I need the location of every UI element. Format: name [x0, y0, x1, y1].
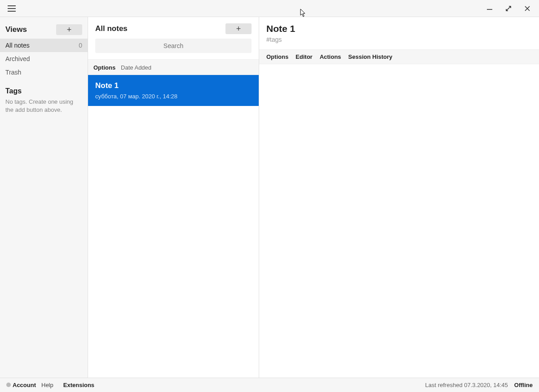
statusbar: Account Help Extensions Last refreshed 0… [0, 378, 539, 392]
statusbar-left: Account Help Extensions [6, 382, 94, 388]
view-item-label: Trash [5, 69, 21, 76]
search-input[interactable] [95, 39, 252, 53]
list-options[interactable]: Options [93, 64, 115, 71]
note-title-input[interactable]: Note 1 [266, 23, 532, 34]
close-icon[interactable] [522, 3, 533, 14]
notes-panel-title: All notes [95, 24, 128, 33]
status-help[interactable]: Help [41, 382, 53, 388]
status-offline[interactable]: Offline [514, 382, 533, 388]
hamburger-menu-icon[interactable] [6, 3, 17, 14]
window-controls [484, 3, 533, 14]
status-last-refreshed: Last refreshed 07.3.2020, 14:45 [425, 382, 508, 388]
editor-toolbar: Options Editor Actions Session History [259, 49, 539, 64]
tags-empty-text: No tags. Create one using the add button… [0, 97, 88, 115]
titlebar [0, 0, 539, 17]
maximize-icon[interactable] [503, 3, 514, 14]
view-item-all-notes[interactable]: All notes 0 [0, 39, 88, 52]
editor-panel: Note 1 #tags Options Editor Actions Sess… [259, 17, 539, 378]
view-item-trash[interactable]: Trash [0, 66, 88, 79]
list-toolbar: Options Date Added [88, 59, 259, 75]
minimize-icon[interactable] [484, 3, 495, 14]
editor-header: Note 1 #tags [259, 17, 539, 46]
notes-header: All notes + [88, 17, 259, 53]
note-list-item[interactable]: Note 1 суббота, 07 мар. 2020 г., 14:28 [88, 75, 259, 106]
views-label: Views [5, 25, 27, 34]
editor-tb-options[interactable]: Options [266, 53, 288, 60]
statusbar-right: Last refreshed 07.3.2020, 14:45 Offline [425, 382, 533, 388]
note-list-item-date: суббота, 07 мар. 2020 г., 14:28 [95, 93, 252, 100]
plus-icon: + [236, 25, 241, 33]
note-list: Note 1 суббота, 07 мар. 2020 г., 14:28 [88, 75, 259, 378]
view-item-archived[interactable]: Archived [0, 52, 88, 66]
status-dot-icon [6, 383, 11, 387]
status-account[interactable]: Account [6, 382, 36, 388]
views-header: Views + [0, 24, 88, 39]
view-item-count: 0 [79, 42, 82, 49]
plus-icon: + [67, 26, 72, 34]
sidebar: Views + All notes 0 Archived Trash Tags … [0, 17, 88, 378]
add-note-button[interactable]: + [225, 23, 252, 34]
tags-label: Tags [0, 79, 88, 97]
note-tags-input[interactable]: #tags [266, 36, 532, 43]
view-item-label: Archived [5, 55, 30, 62]
status-extensions[interactable]: Extensions [63, 382, 94, 388]
note-list-item-title: Note 1 [95, 81, 252, 90]
editor-tb-editor[interactable]: Editor [296, 53, 313, 60]
editor-tb-actions[interactable]: Actions [320, 53, 341, 60]
editor-tb-session-history[interactable]: Session History [348, 53, 392, 60]
view-item-label: All notes [5, 42, 30, 49]
notes-panel: All notes + Options Date Added Note 1 су… [88, 17, 259, 378]
main: Views + All notes 0 Archived Trash Tags … [0, 17, 539, 378]
list-sort[interactable]: Date Added [121, 64, 151, 71]
add-view-button[interactable]: + [56, 24, 82, 35]
note-body-editor[interactable] [259, 64, 539, 378]
